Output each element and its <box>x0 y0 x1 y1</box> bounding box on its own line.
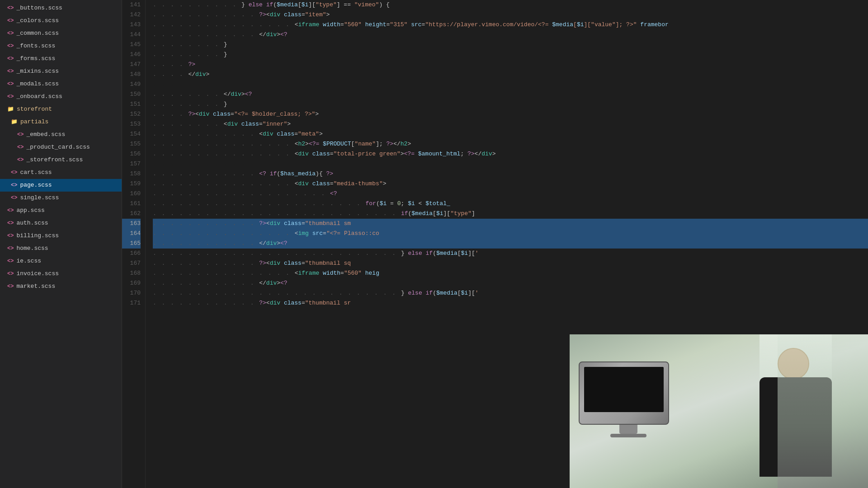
code-line: . . . . . . . . . . . . . . . . <h2><?= … <box>153 139 868 149</box>
code-line: . . . . . . . . . . . . . . . . <img src… <box>153 229 868 239</box>
code-line: . . . . . . . . } <box>153 50 868 60</box>
scss-icon: <> <box>7 256 14 266</box>
code-line: . . . . . . . . . . . . </div><? <box>153 239 868 249</box>
sidebar-item-buttons-scss[interactable]: <> _buttons.scss <box>0 2 122 14</box>
sidebar-item-app-scss[interactable]: <> app.scss <box>0 204 122 217</box>
sidebar-item-common-scss[interactable]: <> _common.scss <box>0 27 122 40</box>
code-line: . . . . . . . . . . . . . . . . . . . . … <box>153 189 868 199</box>
sidebar-item-onboard-scss[interactable]: <> _onboard.scss <box>0 90 122 103</box>
sidebar-item-ie-scss[interactable]: <> ie.scss <box>0 255 122 267</box>
sidebar-item-label: storefront <box>17 104 52 114</box>
sidebar-item-fonts-scss[interactable]: <> _fonts.scss <box>0 40 122 52</box>
sidebar-item-partials[interactable]: 📁 partials <box>0 116 122 128</box>
scss-icon: <> <box>7 231 14 241</box>
code-line: . . . . . . . . . . . . <? if($has_media… <box>153 169 868 179</box>
code-line: . . . . . . . . } <box>153 99 868 109</box>
sidebar-item-modals-scss[interactable]: <> _modals.scss <box>0 78 122 90</box>
sidebar-item-invoice-scss[interactable]: <> invoice.scss <box>0 267 122 280</box>
sidebar-item-mixins-scss[interactable]: <> _mixins.scss <box>0 65 122 78</box>
code-line: . . . . . . . . . . . . . . . . <div cla… <box>153 179 868 189</box>
sidebar-item-label: _common.scss <box>16 28 59 38</box>
code-line: . . . . . . . . . . . . <div class="meta… <box>153 129 868 139</box>
code-line <box>153 80 868 89</box>
sidebar-item-label: ie.scss <box>16 256 41 266</box>
scss-icon: <> <box>7 28 14 38</box>
scss-icon: <> <box>7 66 14 76</box>
code-editor: 141142143144145 146147148149150 15115215… <box>122 0 868 488</box>
code-line: . . . . . . . . . . . . . . . . . . . . … <box>153 199 868 209</box>
code-line: . . . . ?> <box>153 60 868 70</box>
sidebar-item-label: _embed.scss <box>26 130 65 140</box>
scss-icon: <> <box>11 168 17 178</box>
code-line: . . . . . . . . </div><? <box>153 89 868 99</box>
scss-icon: <> <box>7 92 14 102</box>
scss-icon: <> <box>7 282 14 291</box>
code-line: . . . . </div> <box>153 70 868 80</box>
sidebar-item-colors-scss[interactable]: <> _colors.scss <box>0 14 122 27</box>
file-tree: <> _buttons.scss <> _colors.scss <> _com… <box>0 0 122 488</box>
scss-icon: <> <box>7 218 14 228</box>
sidebar-item-label: market.scss <box>16 282 55 291</box>
sidebar-item-label: _colors.scss <box>16 16 59 26</box>
scss-icon: <> <box>7 54 14 64</box>
sidebar-item-label: _buttons.scss <box>16 3 62 13</box>
sidebar-item-storefront-scss[interactable]: <> _storefront.scss <box>0 154 122 166</box>
sidebar-item-home-scss[interactable]: <> home.scss <box>0 242 122 255</box>
scss-icon: <> <box>7 206 14 216</box>
code-line: . . . . . . . . . . . . ?><div class="it… <box>153 10 868 20</box>
scss-icon: <> <box>7 3 14 13</box>
sidebar-item-embed-scss[interactable]: <> _embed.scss <box>0 128 122 141</box>
scss-icon: <> <box>7 79 14 89</box>
scss-icon: <> <box>17 142 24 152</box>
sidebar-item-label: auth.scss <box>16 218 48 228</box>
code-line: . . . . . . . . . . . . ?><div class="th… <box>153 219 868 229</box>
code-line: . . . . . . . . } <box>153 40 868 50</box>
sidebar-item-label: partials <box>20 117 48 127</box>
open-folder-icon: 📁 <box>7 104 14 114</box>
video-overlay <box>570 334 868 488</box>
sidebar-item-single-scss[interactable]: <> single.scss <box>0 192 122 204</box>
sidebar-item-market-scss[interactable]: <> market.scss <box>0 280 122 293</box>
sidebar-item-billing-scss[interactable]: <> billing.scss <box>0 230 122 242</box>
sidebar-item-label: cart.scss <box>20 168 52 178</box>
code-line: . . . . . . . . . . . . . . . . . . . . … <box>153 249 868 258</box>
code-line <box>153 159 868 169</box>
scss-icon: <> <box>7 244 14 253</box>
sidebar-item-cart-scss[interactable]: <> cart.scss <box>0 166 122 179</box>
sidebar-item-label: app.scss <box>16 206 44 216</box>
sidebar-item-storefront[interactable]: 📁 storefront <box>0 103 122 116</box>
sidebar-item-label: home.scss <box>16 244 48 253</box>
sidebar-item-label: _storefront.scss <box>26 155 83 165</box>
sidebar-item-label: page.scss <box>20 180 52 190</box>
sidebar-item-label: _modals.scss <box>16 79 59 89</box>
code-line: . . . . . . . . . . . . ?><div class="th… <box>153 298 868 308</box>
sidebar-item-auth-scss[interactable]: <> auth.scss <box>0 217 122 230</box>
code-line: . . . . ?><div class="<?= $holder_class;… <box>153 109 868 119</box>
scss-icon: <> <box>17 130 24 140</box>
code-line: . . . . . . . . . . . . . . . . <iframe … <box>153 20 868 30</box>
scss-icon: <> <box>11 180 17 190</box>
sidebar-item-label: invoice.scss <box>16 269 59 279</box>
line-numbers: 141142143144145 146147148149150 15115215… <box>122 0 146 488</box>
sidebar-item-label: _mixins.scss <box>16 66 59 76</box>
sidebar-item-page-scss[interactable]: <> page.scss <box>0 179 122 192</box>
video-content <box>570 334 868 488</box>
mac-device <box>579 361 678 443</box>
code-line: . . . . . . . . . . . . . . . . . . . . … <box>153 209 868 219</box>
code-line: . . . . . . . . . . . . . . . . <iframe … <box>153 268 868 278</box>
sidebar-item-forms-scss[interactable]: <> _forms.scss <box>0 52 122 65</box>
sidebar-item-label: _forms.scss <box>16 54 55 64</box>
sidebar-item-label: billing.scss <box>16 231 59 241</box>
code-line: . . . . . . . . . . . . </div><? <box>153 278 868 288</box>
scss-icon: <> <box>7 269 14 279</box>
scss-icon: <> <box>7 41 14 51</box>
code-line: . . . . . . . . <div class="inner"> <box>153 119 868 129</box>
scss-icon: <> <box>7 16 14 26</box>
sidebar-item-product-card-scss[interactable]: <> _product_card.scss <box>0 141 122 154</box>
sidebar-item-label: single.scss <box>20 193 59 203</box>
open-folder-icon: 📁 <box>11 117 18 127</box>
code-line: . . . . . . . . . . . . . . . . <div cla… <box>153 149 868 159</box>
code-container: 141142143144145 146147148149150 15115215… <box>122 0 868 488</box>
scss-icon: <> <box>11 193 17 203</box>
scss-icon: <> <box>17 155 24 165</box>
